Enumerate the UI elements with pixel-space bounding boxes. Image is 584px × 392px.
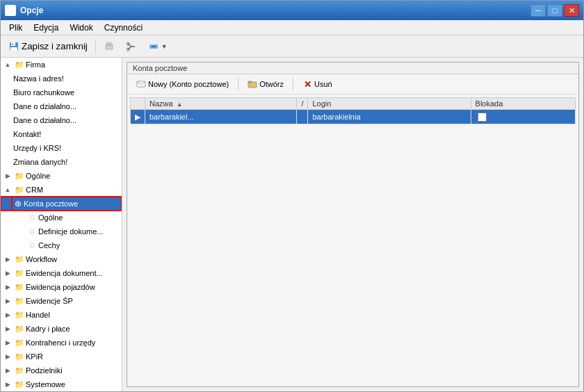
toolbar-icon-btn1[interactable] xyxy=(99,38,120,56)
link-icon xyxy=(148,41,159,52)
sidebar-item-kpir[interactable]: ▶ 📁 KPiR xyxy=(1,350,122,364)
folder-icon: 📁 xyxy=(13,295,26,307)
sidebar-item-label: Dane o działalno... xyxy=(13,116,76,124)
delete-button[interactable]: ✕ Usuń xyxy=(298,77,337,91)
expand-icon: ▶ xyxy=(2,170,13,181)
expand-icon: ▶ xyxy=(2,337,13,348)
sidebar-item-label: Ewidencja dokument... xyxy=(26,269,103,277)
sidebar-item-dane-dzialalnosc1[interactable]: Dane o działalno... xyxy=(1,99,122,113)
btn-separator xyxy=(238,78,238,90)
window-controls: ─ □ ✕ xyxy=(530,4,579,17)
folder-icon: 📁 xyxy=(13,378,26,391)
sidebar-item-label: Kontakt! xyxy=(13,130,41,138)
sidebar-item-kontakt[interactable]: Kontakt! xyxy=(1,127,122,141)
close-button[interactable]: ✕ xyxy=(564,4,579,17)
minimize-button[interactable]: ─ xyxy=(530,4,546,17)
menu-edycja[interactable]: Edycja xyxy=(28,20,64,35)
sidebar-item-ewidencje-sp[interactable]: ▶ 📁 Ewidencje ŚP xyxy=(1,294,122,308)
sidebar-item-kadry-place[interactable]: ▶ 📁 Kadry i płace xyxy=(1,322,122,336)
sidebar-item-podzielniki[interactable]: ▶ 📁 Podzielniki xyxy=(1,364,122,377)
sidebar-item-zmiana-danych[interactable]: Zmiana danych! xyxy=(1,155,122,169)
sidebar-item-label: Firma xyxy=(26,60,45,69)
menu-plik[interactable]: Plik xyxy=(3,20,28,35)
sidebar-item-label: Podzielniki xyxy=(26,366,63,375)
tools-icon xyxy=(104,41,115,52)
svg-rect-3 xyxy=(10,47,17,51)
page-icon: □ xyxy=(26,239,38,252)
toolbar-icon-btn2[interactable] xyxy=(121,38,142,56)
toolbar-icon-btn3[interactable]: ▼ xyxy=(143,38,172,56)
sort-icon: ▲ xyxy=(177,101,183,108)
toolbar: Zapisz i zamknij xyxy=(1,35,583,58)
menu-czynnosci[interactable]: Czynności xyxy=(99,20,148,35)
sidebar-item-ewidencja-dokumentow[interactable]: ▶ 📁 Ewidencja dokument... xyxy=(1,266,122,280)
envelope-icon xyxy=(136,79,146,89)
open-button-label: Otwórz xyxy=(259,80,284,88)
sidebar-item-label: Systemowe xyxy=(26,380,65,389)
sidebar-item-ogolne[interactable]: ▶ 📁 Ogólne xyxy=(1,169,122,183)
sidebar-item-konta-pocztowe[interactable]: ⊕ Konta pocztowe xyxy=(1,197,122,211)
sidebar-item-definicje-dokumentow[interactable]: □ Definicje dokume... xyxy=(1,224,122,238)
sidebar-item-label: Ogólne xyxy=(26,172,50,180)
sidebar-item-ogolne-crm[interactable]: □ Ogólne xyxy=(1,211,122,224)
sidebar-item-cechy[interactable]: □ Cechy xyxy=(1,238,122,252)
checkbox-visual xyxy=(478,113,487,122)
scissors-icon xyxy=(126,41,137,52)
expand-icon: ▶ xyxy=(2,323,13,334)
save-close-button[interactable]: Zapisz i zamknij xyxy=(3,38,92,56)
svg-rect-2 xyxy=(12,43,13,45)
folder-icon: 📁 xyxy=(13,267,26,279)
btn-separator xyxy=(293,78,293,90)
expand-icon: ▶ xyxy=(2,268,13,279)
expand-icon: ▶ xyxy=(2,365,13,376)
folder-icon: 📁 xyxy=(13,253,26,266)
sidebar-item-handel[interactable]: ▶ 📁 Handel xyxy=(1,308,122,322)
sidebar-item-label: Workflow xyxy=(26,255,57,263)
page-icon: □ xyxy=(26,225,38,238)
expand-icon: ▶ xyxy=(2,309,13,320)
window-icon: ⚙ xyxy=(5,5,16,16)
sidebar-item-label: Definicje dokume... xyxy=(38,227,104,236)
sidebar: ▲ 📁 Firma Nazwa i adres! Biuro rachunkow… xyxy=(1,58,122,391)
sidebar-item-label: Cechy xyxy=(38,241,60,250)
cell-login: barbarakielnia xyxy=(308,110,471,124)
sidebar-item-biuro-rachunkowe[interactable]: Biuro rachunkowe xyxy=(1,85,122,99)
sidebar-item-dane-dzialalnosc2[interactable]: Dane o działalno... xyxy=(1,113,122,127)
accounts-table: Nazwa ▲ / Login Blokada xyxy=(130,97,576,124)
sidebar-item-workflow[interactable]: ▶ 📁 Workflow xyxy=(1,252,122,266)
sidebar-item-kontrahenci-urzedy[interactable]: ▶ 📁 Kontrahenci i urzędy xyxy=(1,336,122,350)
sidebar-item-label: Ewidencje ŚP xyxy=(26,297,73,305)
sidebar-item-systemowe[interactable]: ▶ 📁 Systemowe xyxy=(1,377,122,391)
folder-icon: 📁 xyxy=(13,309,26,321)
sidebar-item-label: Handel xyxy=(26,311,50,319)
sidebar-tree: ▲ 📁 Firma Nazwa i adres! Biuro rachunkow… xyxy=(1,58,122,391)
expand-icon: ▶ xyxy=(2,351,13,362)
restore-button[interactable]: □ xyxy=(547,4,562,17)
window-title: Opcje xyxy=(20,6,43,15)
right-panel: Konta pocztowe Nowy (Konto pocztowe) xyxy=(122,58,583,391)
main-window: ⚙ Opcje ─ □ ✕ Plik Edycja Widok Czynnośc… xyxy=(0,0,584,392)
open-button[interactable]: Otwórz xyxy=(243,77,289,91)
sidebar-item-label: Biuro rachunkowe xyxy=(13,88,74,97)
table-row[interactable]: ▶ barbarakiel... barbarakielnia xyxy=(131,110,576,124)
save-icon xyxy=(8,41,19,52)
sidebar-item-urzedy-krs[interactable]: Urzędy i KRS! xyxy=(1,141,122,155)
delete-icon: ✕ xyxy=(302,79,312,89)
col-sort: / xyxy=(297,98,308,110)
sidebar-item-label: Kadry i płace xyxy=(26,325,70,333)
sidebar-item-label: KPiR xyxy=(26,352,43,361)
sidebar-item-nazwa-adres[interactable]: Nazwa i adres! xyxy=(1,72,122,85)
checkbox[interactable] xyxy=(476,111,489,122)
sidebar-item-ewidencja-pojazdow[interactable]: ▶ 📁 Ewidencja pojazdów xyxy=(1,280,122,294)
new-account-button[interactable]: Nowy (Konto pocztowe) xyxy=(131,77,234,91)
folder-icon: 📁 xyxy=(13,322,26,335)
folder-icon: 📁 xyxy=(13,336,26,349)
new-button-label: Nowy (Konto pocztowe) xyxy=(148,80,229,88)
menu-widok[interactable]: Widok xyxy=(64,20,98,35)
sidebar-item-crm[interactable]: ▲ 📁 CRM xyxy=(1,183,122,197)
cell-sort xyxy=(297,110,308,124)
sidebar-item-firma[interactable]: ▲ 📁 Firma xyxy=(1,58,122,72)
data-table: Nazwa ▲ / Login Blokada xyxy=(127,95,578,386)
col-blokada: Blokada xyxy=(471,98,575,110)
expand-icon: ▲ xyxy=(2,184,13,195)
